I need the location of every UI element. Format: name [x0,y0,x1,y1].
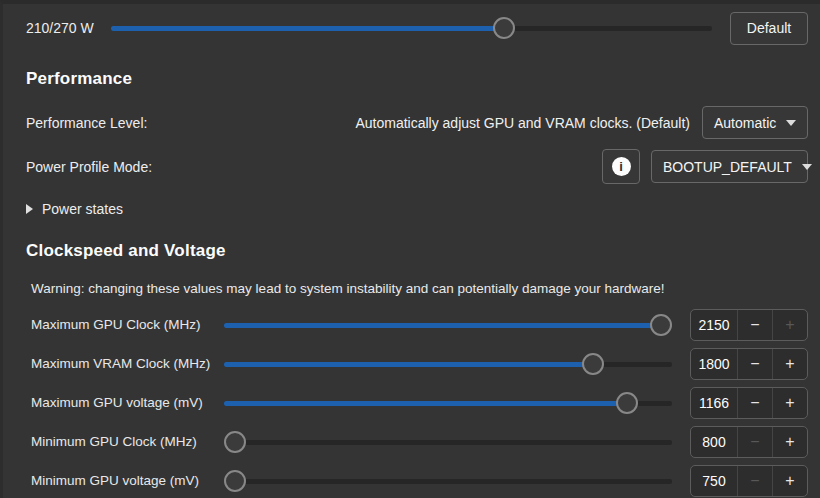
chevron-down-icon [786,120,796,126]
spinbox-value: 2150 [691,310,737,340]
clock-slider-row: Minimum GPU Clock (MHz) 800 − + [26,425,808,458]
slider-track [224,479,672,484]
slider-fill [111,26,508,31]
clock-slider-row: Minimum GPU voltage (mV) 750 − + [26,464,808,497]
instability-warning: Warning: changing these values may lead … [26,281,808,296]
clock-slider-row: Maximum GPU Clock (MHz) 2150 − + [26,308,808,341]
slider-fill [224,323,672,328]
spinbox-value: 1166 [691,388,737,418]
slider-handle[interactable] [582,353,604,375]
clockspeed-sliders: Maximum GPU Clock (MHz) 2150 − + Maximum… [26,308,808,497]
decrement-button[interactable]: − [737,349,772,379]
value-spinbox: 1800 − + [690,348,808,380]
chevron-down-icon [802,164,812,170]
slider-track [111,26,712,31]
value-spinbox: 1166 − + [690,387,808,419]
spinbox-value: 800 [691,427,737,457]
performance-level-label: Performance Level: [26,115,147,131]
power-limit-slider[interactable] [111,16,712,40]
power-limit-value: 210/270 W [26,20,111,36]
clock-slider[interactable] [224,469,672,493]
decrement-button[interactable]: − [737,310,772,340]
clock-slider-label: Minimum GPU Clock (MHz) [31,434,224,449]
power-profile-label: Power Profile Mode: [26,159,152,175]
value-spinbox: 2150 − + [690,309,808,341]
clock-slider[interactable] [224,352,672,376]
performance-level-description: Automatically adjust GPU and VRAM clocks… [355,115,690,131]
increment-button[interactable]: + [772,466,807,496]
slider-handle[interactable] [224,431,246,453]
power-states-label: Power states [42,201,123,217]
gpu-settings-panel: 210/270 W Default Performance Performanc… [0,0,820,498]
spinbox-value: 750 [691,466,737,496]
performance-heading: Performance [26,69,808,89]
info-icon: i [612,157,631,176]
clockspeed-heading: Clockspeed and Voltage [26,241,808,261]
slider-fill [224,362,600,367]
value-spinbox: 800 − + [690,426,808,458]
decrement-button[interactable]: − [737,466,772,496]
slider-track [224,323,672,328]
slider-track [224,362,672,367]
slider-track [224,440,672,445]
slider-handle[interactable] [616,392,638,414]
decrement-button[interactable]: − [737,388,772,418]
spinbox-value: 1800 [691,349,737,379]
increment-button[interactable]: + [772,349,807,379]
clock-slider[interactable] [224,391,672,415]
increment-button[interactable]: + [772,427,807,457]
clock-slider[interactable] [224,430,672,454]
performance-level-dropdown[interactable]: Automatic [702,106,808,139]
performance-level-row: Performance Level: Automatically adjust … [26,106,808,139]
power-profile-row: Power Profile Mode: i BOOTUP_DEFAULT [26,150,808,183]
clock-slider-row: Maximum GPU voltage (mV) 1166 − + [26,386,808,419]
slider-fill [224,401,636,406]
power-profile-dropdown[interactable]: BOOTUP_DEFAULT [651,150,808,183]
clock-slider[interactable] [224,313,672,337]
power-states-expander[interactable]: Power states [26,199,808,219]
value-spinbox: 750 − + [690,465,808,497]
performance-level-selected: Automatic [714,115,776,131]
default-button[interactable]: Default [730,12,808,45]
power-profile-selected: BOOTUP_DEFAULT [663,159,792,175]
expander-arrow-icon [26,204,33,214]
clock-slider-label: Maximum GPU Clock (MHz) [31,317,224,332]
clock-slider-row: Maximum VRAM Clock (MHz) 1800 − + [26,347,808,380]
slider-handle[interactable] [224,470,246,492]
power-profile-info-button[interactable]: i [602,149,640,184]
increment-button[interactable]: + [772,310,807,340]
clock-slider-label: Minimum GPU voltage (mV) [31,473,224,488]
clock-slider-label: Maximum VRAM Clock (MHz) [31,356,224,371]
power-limit-row: 210/270 W Default [26,11,808,45]
increment-button[interactable]: + [772,388,807,418]
clock-slider-label: Maximum GPU voltage (mV) [31,395,224,410]
slider-track [224,401,672,406]
slider-handle[interactable] [493,17,515,39]
slider-handle[interactable] [650,314,672,336]
decrement-button[interactable]: − [737,427,772,457]
